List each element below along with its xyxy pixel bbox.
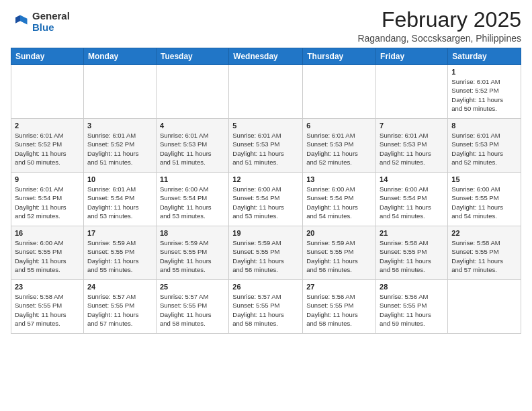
cell-4-4: 27Sunrise: 5:56 AM Sunset: 5:55 PM Dayli… bbox=[303, 280, 376, 334]
location-title: Ragandang, Soccsksargen, Philippines bbox=[357, 33, 521, 44]
header-thursday: Thursday bbox=[303, 48, 376, 65]
day-info-18: Sunrise: 5:59 AM Sunset: 5:55 PM Dayligh… bbox=[160, 238, 225, 274]
day-number-12: 12 bbox=[232, 175, 299, 183]
cell-3-1: 17Sunrise: 5:59 AM Sunset: 5:55 PM Dayli… bbox=[83, 226, 156, 280]
header-friday: Friday bbox=[376, 48, 448, 65]
day-info-17: Sunrise: 5:59 AM Sunset: 5:55 PM Dayligh… bbox=[87, 238, 152, 274]
cell-4-1: 24Sunrise: 5:57 AM Sunset: 5:55 PM Dayli… bbox=[83, 280, 156, 334]
cell-0-4 bbox=[303, 65, 376, 119]
day-number-11: 11 bbox=[160, 175, 225, 183]
day-number-4: 4 bbox=[160, 122, 225, 130]
day-number-9: 9 bbox=[15, 175, 80, 183]
day-number-16: 16 bbox=[15, 229, 80, 237]
day-number-24: 24 bbox=[87, 283, 152, 291]
day-number-2: 2 bbox=[15, 122, 80, 130]
day-number-23: 23 bbox=[15, 283, 80, 291]
cell-1-4: 6Sunrise: 6:01 AM Sunset: 5:53 PM Daylig… bbox=[303, 119, 376, 173]
month-title: February 2025 bbox=[357, 8, 521, 32]
day-info-15: Sunrise: 6:00 AM Sunset: 5:55 PM Dayligh… bbox=[451, 185, 517, 220]
cell-2-1: 10Sunrise: 6:01 AM Sunset: 5:54 PM Dayli… bbox=[83, 173, 156, 226]
day-info-25: Sunrise: 5:57 AM Sunset: 5:55 PM Dayligh… bbox=[160, 292, 225, 328]
day-info-9: Sunrise: 6:01 AM Sunset: 5:54 PM Dayligh… bbox=[15, 185, 80, 220]
day-number-19: 19 bbox=[232, 229, 299, 237]
cell-4-0: 23Sunrise: 5:58 AM Sunset: 5:55 PM Dayli… bbox=[11, 280, 84, 334]
day-info-22: Sunrise: 5:58 AM Sunset: 5:55 PM Dayligh… bbox=[451, 238, 517, 274]
cell-3-6: 22Sunrise: 5:58 AM Sunset: 5:55 PM Dayli… bbox=[448, 226, 521, 280]
cell-0-3 bbox=[229, 65, 303, 119]
day-number-28: 28 bbox=[380, 283, 444, 291]
day-info-23: Sunrise: 5:58 AM Sunset: 5:55 PM Dayligh… bbox=[15, 292, 80, 328]
day-number-5: 5 bbox=[232, 122, 299, 130]
cell-3-2: 18Sunrise: 5:59 AM Sunset: 5:55 PM Dayli… bbox=[156, 226, 228, 280]
day-info-4: Sunrise: 6:01 AM Sunset: 5:53 PM Dayligh… bbox=[160, 131, 225, 167]
page: General Blue February 2025 Ragandang, So… bbox=[0, 0, 532, 411]
cell-3-3: 19Sunrise: 5:59 AM Sunset: 5:55 PM Dayli… bbox=[229, 226, 303, 280]
cell-1-0: 2Sunrise: 6:01 AM Sunset: 5:52 PM Daylig… bbox=[11, 119, 84, 173]
cell-2-4: 13Sunrise: 6:00 AM Sunset: 5:54 PM Dayli… bbox=[303, 173, 376, 226]
header-monday: Monday bbox=[83, 48, 156, 65]
day-number-15: 15 bbox=[451, 175, 517, 183]
header-tuesday: Tuesday bbox=[156, 48, 228, 65]
cell-2-5: 14Sunrise: 6:00 AM Sunset: 5:54 PM Dayli… bbox=[376, 173, 448, 226]
logo-general-text: General bbox=[32, 11, 70, 22]
cell-0-6: 1Sunrise: 6:01 AM Sunset: 5:52 PM Daylig… bbox=[448, 65, 521, 119]
logo-blue-text: Blue bbox=[32, 22, 70, 34]
cell-2-3: 12Sunrise: 6:00 AM Sunset: 5:54 PM Dayli… bbox=[229, 173, 303, 226]
cell-1-3: 5Sunrise: 6:01 AM Sunset: 5:53 PM Daylig… bbox=[229, 119, 303, 173]
week-row-1: 2Sunrise: 6:01 AM Sunset: 5:52 PM Daylig… bbox=[11, 119, 521, 173]
cell-0-0 bbox=[11, 65, 84, 119]
day-number-21: 21 bbox=[380, 229, 444, 237]
day-info-27: Sunrise: 5:56 AM Sunset: 5:55 PM Dayligh… bbox=[306, 292, 372, 328]
header: General Blue February 2025 Ragandang, So… bbox=[11, 8, 521, 44]
day-number-7: 7 bbox=[380, 122, 444, 130]
day-number-25: 25 bbox=[160, 283, 225, 291]
cell-1-5: 7Sunrise: 6:01 AM Sunset: 5:53 PM Daylig… bbox=[376, 119, 448, 173]
week-row-0: 1Sunrise: 6:01 AM Sunset: 5:52 PM Daylig… bbox=[11, 65, 521, 119]
day-number-20: 20 bbox=[306, 229, 372, 237]
day-number-14: 14 bbox=[380, 175, 444, 183]
day-number-6: 6 bbox=[306, 122, 372, 130]
cell-2-2: 11Sunrise: 6:00 AM Sunset: 5:54 PM Dayli… bbox=[156, 173, 228, 226]
cell-4-6 bbox=[448, 280, 521, 334]
day-info-6: Sunrise: 6:01 AM Sunset: 5:53 PM Dayligh… bbox=[306, 131, 372, 167]
logo: General Blue bbox=[11, 11, 70, 33]
header-sunday: Sunday bbox=[11, 48, 84, 65]
day-number-17: 17 bbox=[87, 229, 152, 237]
day-number-22: 22 bbox=[451, 229, 517, 237]
day-number-13: 13 bbox=[306, 175, 372, 183]
header-saturday: Saturday bbox=[448, 48, 521, 65]
day-number-1: 1 bbox=[451, 68, 517, 76]
cell-3-5: 21Sunrise: 5:58 AM Sunset: 5:55 PM Dayli… bbox=[376, 226, 448, 280]
day-info-24: Sunrise: 5:57 AM Sunset: 5:55 PM Dayligh… bbox=[87, 292, 152, 328]
day-info-21: Sunrise: 5:58 AM Sunset: 5:55 PM Dayligh… bbox=[380, 238, 444, 274]
day-number-18: 18 bbox=[160, 229, 225, 237]
day-info-5: Sunrise: 6:01 AM Sunset: 5:53 PM Dayligh… bbox=[232, 131, 299, 167]
cell-1-1: 3Sunrise: 6:01 AM Sunset: 5:52 PM Daylig… bbox=[83, 119, 156, 173]
day-info-19: Sunrise: 5:59 AM Sunset: 5:55 PM Dayligh… bbox=[232, 238, 299, 274]
cell-0-2 bbox=[156, 65, 228, 119]
day-info-3: Sunrise: 6:01 AM Sunset: 5:52 PM Dayligh… bbox=[87, 131, 152, 167]
cell-4-3: 26Sunrise: 5:57 AM Sunset: 5:55 PM Dayli… bbox=[229, 280, 303, 334]
cell-0-1 bbox=[83, 65, 156, 119]
day-number-27: 27 bbox=[306, 283, 372, 291]
day-info-13: Sunrise: 6:00 AM Sunset: 5:54 PM Dayligh… bbox=[306, 185, 372, 220]
weekday-header-row: Sunday Monday Tuesday Wednesday Thursday… bbox=[11, 48, 521, 65]
day-info-10: Sunrise: 6:01 AM Sunset: 5:54 PM Dayligh… bbox=[87, 185, 152, 220]
day-info-20: Sunrise: 5:59 AM Sunset: 5:55 PM Dayligh… bbox=[306, 238, 372, 274]
week-row-4: 23Sunrise: 5:58 AM Sunset: 5:55 PM Dayli… bbox=[11, 280, 521, 334]
day-info-14: Sunrise: 6:00 AM Sunset: 5:54 PM Dayligh… bbox=[380, 185, 444, 220]
day-info-28: Sunrise: 5:56 AM Sunset: 5:55 PM Dayligh… bbox=[380, 292, 444, 328]
cell-4-5: 28Sunrise: 5:56 AM Sunset: 5:55 PM Dayli… bbox=[376, 280, 448, 334]
day-number-8: 8 bbox=[451, 122, 517, 130]
day-info-16: Sunrise: 6:00 AM Sunset: 5:55 PM Dayligh… bbox=[15, 238, 80, 274]
cell-2-6: 15Sunrise: 6:00 AM Sunset: 5:55 PM Dayli… bbox=[448, 173, 521, 226]
week-row-2: 9Sunrise: 6:01 AM Sunset: 5:54 PM Daylig… bbox=[11, 173, 521, 226]
day-info-11: Sunrise: 6:00 AM Sunset: 5:54 PM Dayligh… bbox=[160, 185, 225, 220]
title-block: February 2025 Ragandang, Soccsksargen, P… bbox=[357, 8, 521, 44]
day-info-12: Sunrise: 6:00 AM Sunset: 5:54 PM Dayligh… bbox=[232, 185, 299, 220]
header-wednesday: Wednesday bbox=[229, 48, 303, 65]
week-row-3: 16Sunrise: 6:00 AM Sunset: 5:55 PM Dayli… bbox=[11, 226, 521, 280]
day-info-26: Sunrise: 5:57 AM Sunset: 5:55 PM Dayligh… bbox=[232, 292, 299, 328]
cell-3-4: 20Sunrise: 5:59 AM Sunset: 5:55 PM Dayli… bbox=[303, 226, 376, 280]
cell-2-0: 9Sunrise: 6:01 AM Sunset: 5:54 PM Daylig… bbox=[11, 173, 84, 226]
